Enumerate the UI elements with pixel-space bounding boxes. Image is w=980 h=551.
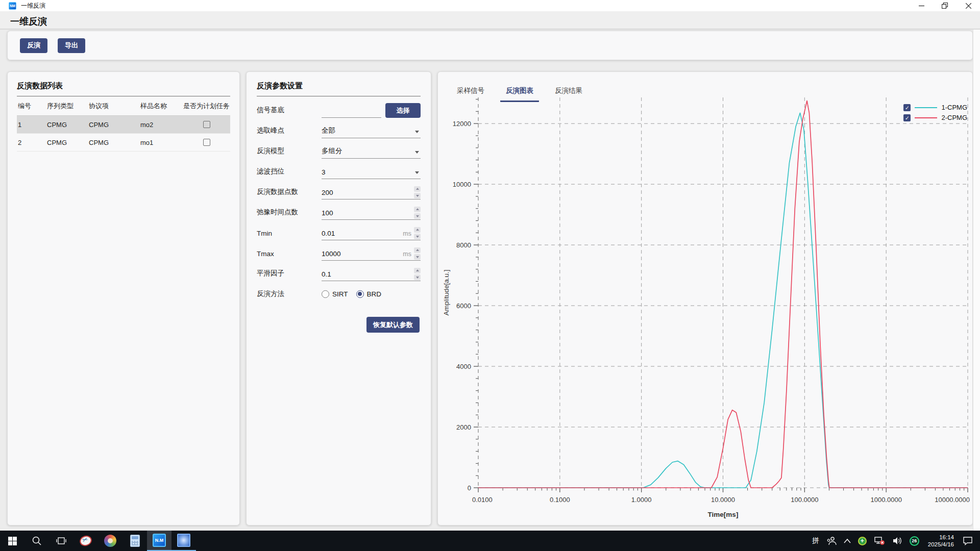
window-title: 一维反演 bbox=[21, 2, 45, 10]
ime-indicator[interactable]: 拼 bbox=[808, 531, 823, 551]
network-tray-button[interactable] bbox=[870, 531, 889, 551]
svg-text:Time[ms]: Time[ms] bbox=[708, 511, 739, 518]
spin-up-button[interactable] bbox=[414, 268, 421, 273]
radio-selected-icon bbox=[356, 290, 364, 298]
signal-base-label: 信号基底 bbox=[257, 106, 322, 118]
divider bbox=[257, 96, 421, 96]
scheduled-checkbox[interactable] bbox=[203, 139, 210, 146]
legend-item-1: ✓ 1-CPMG bbox=[903, 104, 967, 111]
calculator-button[interactable] bbox=[122, 531, 147, 551]
cell-seq-type: CPMG bbox=[47, 121, 89, 129]
tmax-input[interactable]: 10000 ms bbox=[322, 247, 421, 261]
scheduled-checkbox[interactable] bbox=[203, 121, 210, 128]
select-signal-base-button[interactable]: 选择 bbox=[385, 103, 421, 118]
spin-down-button[interactable] bbox=[414, 274, 421, 280]
clock-time: 16:14 bbox=[928, 534, 954, 541]
cell-seq-type: CPMG bbox=[47, 139, 89, 146]
spin-down-button[interactable] bbox=[414, 193, 421, 198]
viewer-app-button[interactable] bbox=[172, 531, 196, 551]
tray-expand-button[interactable] bbox=[840, 531, 854, 551]
svg-text:1.0000: 1.0000 bbox=[631, 496, 652, 504]
spin-up-button[interactable] bbox=[414, 247, 421, 253]
table-row[interactable]: 2 CPMG CPMG mo1 bbox=[17, 134, 230, 152]
battery-level-badge: 26 bbox=[910, 536, 919, 546]
toolbar: 反演 导出 bbox=[7, 31, 973, 60]
signal-base-input[interactable] bbox=[322, 104, 381, 118]
spin-up-button[interactable] bbox=[414, 207, 421, 212]
cell-id: 1 bbox=[18, 121, 47, 129]
system-tray: 拼 + bbox=[808, 531, 980, 551]
method-label: 反演方法 bbox=[257, 289, 322, 302]
volume-tray-button[interactable] bbox=[889, 531, 906, 551]
cell-protocol: CPMG bbox=[89, 139, 140, 146]
radio-icon bbox=[322, 290, 329, 298]
col-header-id: 编号 bbox=[18, 102, 47, 111]
relax-points-label: 弛豫时间点数 bbox=[257, 208, 322, 220]
svg-text:4000: 4000 bbox=[456, 363, 471, 370]
reset-defaults-button[interactable]: 恢复默认参数 bbox=[366, 317, 420, 333]
radio-sirt[interactable]: SIRT bbox=[322, 290, 348, 298]
start-button[interactable] bbox=[0, 531, 24, 551]
svg-text:2000: 2000 bbox=[456, 423, 471, 431]
radio-brd-label: BRD bbox=[367, 290, 382, 298]
people-button[interactable] bbox=[823, 531, 840, 551]
legend-checkbox-2[interactable]: ✓ bbox=[903, 114, 911, 121]
restore-button[interactable] bbox=[933, 0, 957, 11]
window-titlebar: NM 一维反演 bbox=[0, 0, 980, 11]
app-icon: NM bbox=[9, 2, 16, 10]
battery-tray-button[interactable]: 26 bbox=[906, 531, 923, 551]
taskbar-clock[interactable]: 16:14 2025/4/16 bbox=[923, 534, 959, 548]
smooth-input[interactable]: 0.1 bbox=[322, 267, 421, 281]
data-list-title: 反演数据列表 bbox=[17, 81, 230, 91]
table-row[interactable]: 1 CPMG CPMG mo2 bbox=[17, 116, 230, 134]
antivirus-tray-button[interactable]: + bbox=[854, 531, 870, 551]
col-header-seq-type: 序列类型 bbox=[47, 102, 89, 111]
chevron-down-icon bbox=[415, 171, 419, 174]
chart-legend: ✓ 1-CPMG ✓ 2-CPMG bbox=[903, 104, 967, 121]
tmax-unit: ms bbox=[403, 251, 411, 258]
search-button[interactable] bbox=[24, 531, 49, 551]
speaker-icon bbox=[892, 536, 902, 545]
spin-up-button[interactable] bbox=[414, 186, 421, 192]
filter-dropdown[interactable]: 3 bbox=[322, 165, 421, 179]
relax-points-input[interactable]: 100 bbox=[322, 206, 421, 220]
page-title: 一维反演 bbox=[10, 15, 47, 28]
action-center-button[interactable] bbox=[959, 531, 980, 551]
radio-brd[interactable]: BRD bbox=[356, 290, 382, 298]
viewer-app-icon bbox=[177, 534, 190, 547]
data-points-input[interactable]: 200 bbox=[322, 186, 421, 199]
restore-icon bbox=[942, 3, 948, 9]
spin-down-button[interactable] bbox=[414, 213, 421, 219]
inversion-data-list-panel: 反演数据列表 编号 序列类型 协议项 样品名称 是否为计划任务 1 CPMG C… bbox=[7, 71, 240, 525]
taskbar: N.M 拼 + bbox=[0, 531, 980, 551]
invert-button[interactable]: 反演 bbox=[20, 38, 47, 53]
nm-app-button[interactable]: N.M bbox=[147, 531, 172, 551]
close-button[interactable] bbox=[957, 0, 980, 11]
svg-text:12000: 12000 bbox=[453, 120, 471, 128]
svg-text:10000.0000: 10000.0000 bbox=[935, 496, 970, 504]
minimize-button[interactable] bbox=[910, 0, 933, 11]
model-dropdown[interactable]: 多组分 bbox=[322, 145, 421, 159]
task-view-button[interactable] bbox=[49, 531, 74, 551]
task-view-icon bbox=[56, 536, 66, 546]
spin-up-button[interactable] bbox=[414, 227, 421, 233]
chart-panel: 采样信号 反演图表 反演结果 0200040006000800010000120… bbox=[437, 71, 973, 525]
spin-down-button[interactable] bbox=[414, 254, 421, 260]
legend-checkbox-1[interactable]: ✓ bbox=[903, 104, 911, 111]
params-title: 反演参数设置 bbox=[257, 81, 421, 91]
col-header-scheduled: 是否为计划任务 bbox=[183, 102, 230, 111]
svg-text:100.0000: 100.0000 bbox=[791, 496, 818, 504]
svg-text:Amplitude[a.u.]: Amplitude[a.u.] bbox=[443, 269, 450, 315]
svg-text:0.0100: 0.0100 bbox=[472, 496, 493, 504]
radio-sirt-label: SIRT bbox=[332, 290, 348, 298]
legend-label-1: 1-CPMG bbox=[941, 104, 967, 111]
antivirus-icon: + bbox=[858, 537, 867, 545]
peak-dropdown[interactable]: 全部 bbox=[322, 124, 421, 138]
cell-protocol: CPMG bbox=[89, 121, 140, 129]
snipping-tool-button[interactable] bbox=[74, 531, 98, 551]
spin-down-button[interactable] bbox=[414, 234, 421, 239]
tmin-input[interactable]: 0.01 ms bbox=[322, 227, 421, 240]
paint-button[interactable] bbox=[98, 531, 122, 551]
export-button[interactable]: 导出 bbox=[58, 38, 85, 53]
page-scrollbar[interactable] bbox=[973, 11, 980, 531]
